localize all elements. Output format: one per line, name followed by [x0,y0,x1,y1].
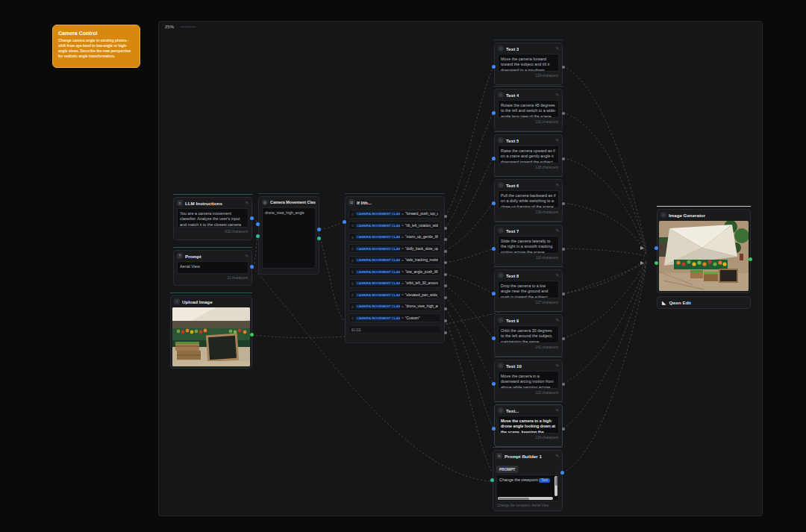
classifier-output-port-1[interactable] [317,228,321,231]
text-body[interactable]: Drop the camera to a low angle near the … [498,281,559,298]
llm-output-port[interactable] [250,216,254,220]
row-value[interactable]: "drone_view_high_angle" [405,304,438,308]
node-if-condition[interactable]: ⇄ If l/th... ≡ CAMERA MOVEMENT CLASSIFIE… [345,196,445,343]
text-output-port[interactable] [562,66,565,69]
row-source-pill[interactable]: CAMERA MOVEMENT CLASSIFIER [355,269,400,275]
row-handle-icon[interactable]: ≡ [352,292,354,297]
node-camera-movement-classifier[interactable]: ◎ Camera Movement Classifier drone_view_… [258,196,319,275]
classifier-input-port-1[interactable] [256,222,260,226]
prompt-output-port[interactable] [250,265,254,269]
if-row-output-port[interactable] [444,284,447,287]
row-value[interactable]: "forward_push_top_do... [405,212,438,216]
if-row[interactable]: ≡ CAMERA MOVEMENT CLASSIFIER = "forward_… [349,210,441,219]
edit-icon[interactable]: ✎ [555,273,559,278]
node-text-3[interactable]: ○ Text 3 ✎ Move the camera forward towar… [494,43,563,85]
node-text-4[interactable]: ○ Text 4 ✎ Rotate the camera 45 degrees … [494,89,563,131]
row-handle-icon[interactable]: ≡ [352,235,354,240]
row-value[interactable]: "elevated_pan_wide_l... [405,293,438,297]
prompt-text[interactable]: Aerial View [177,261,249,274]
row-value[interactable]: "zoom_up_gentle_lift_cl... [405,235,438,239]
text-output-port[interactable] [562,202,565,205]
text-input-port[interactable] [492,427,496,431]
text-input-port[interactable] [492,111,496,115]
row-value[interactable]: "low_angle_push_lift" [405,270,438,274]
text-output-port[interactable] [562,292,565,295]
if-row[interactable]: ≡ CAMERA MOVEMENT CLASSIFIER = "low_angl… [349,267,441,276]
text-body[interactable]: Slide the camera laterally to the right … [498,236,559,254]
text-body[interactable]: Pull the camera backward as if on a doll… [498,190,559,208]
if-row[interactable]: ≡ CAMERA MOVEMENT CLASSIFIER = "Custom" [349,313,441,322]
prompt-builder-textarea[interactable]: Change the viewpoint Text [496,475,559,501]
node-text-10[interactable]: ○ Text 10 ✎ Move the camera in a downwar… [494,360,563,402]
row-value[interactable]: "tilt_left_rotation_wide_... [405,224,438,228]
llm-instructions-text[interactable]: You are a camera movement classifier. An… [177,208,249,228]
row-source-pill[interactable]: CAMERA MOVEMENT CLASSIFIER [355,257,400,263]
text-input-port[interactable] [492,247,496,251]
builder-output-port[interactable] [560,471,564,475]
row-handle-icon[interactable]: ≡ [352,304,354,309]
row-handle-icon[interactable]: ≡ [352,212,354,216]
generator-image-input-port[interactable] [655,261,658,265]
row-value[interactable]: "Custom" [405,316,438,320]
if-row[interactable]: ≡ CAMERA MOVEMENT CLASSIFIER = "side_tra… [349,256,441,265]
row-handle-icon[interactable]: ≡ [352,281,354,286]
node-text-6[interactable]: ○ Text 6 ✎ Pull the camera backward as i… [494,179,563,222]
row-handle-icon[interactable]: ≡ [352,258,354,263]
text-body[interactable]: Orbit the camera 30 degrees to the left … [498,325,559,343]
generator-prompt-input-port[interactable] [655,246,658,250]
if-row-output-port[interactable] [444,261,447,264]
row-value[interactable]: "orbit_left_30_around_s... [405,281,438,285]
text-output-port[interactable] [562,248,565,251]
classifier-output-value[interactable]: drone_view_high_angle [262,207,316,269]
node-image-generator[interactable]: ○ Image Generator [657,209,751,293]
if-row-output-port[interactable] [444,307,447,310]
edit-icon[interactable]: ✎ [555,93,559,97]
text-output-port[interactable] [562,337,565,340]
edit-icon[interactable]: ✎ [555,228,559,233]
text-body[interactable]: Rotate the camera 45 degrees to the left… [498,100,559,118]
model-selector[interactable]: ◣ Qwen Edit [657,296,751,309]
row-value[interactable]: "side_tracking_motion_r... [405,258,438,262]
edit-icon[interactable]: ✎ [555,408,559,413]
generator-output-port[interactable] [749,257,752,261]
node-text-8[interactable]: ○ Text 8 ✎ Drop the camera to a low angl… [494,269,563,312]
node-upload-image[interactable]: ↑ Upload Image [170,295,252,369]
text-body[interactable]: Raise the camera upward as if on a crane… [498,145,559,163]
text-input-port[interactable] [492,382,496,386]
if-row-output-port[interactable] [444,227,447,230]
row-source-pill[interactable]: CAMERA MOVEMENT CLASSIFIER [355,234,400,240]
edit-icon[interactable]: ✎ [555,183,559,187]
text-output-port[interactable] [562,157,565,160]
if-row[interactable]: ≡ CAMERA MOVEMENT CLASSIFIER = "orbit_le… [349,279,441,288]
if-row[interactable]: ≡ CAMERA MOVEMENT CLASSIFIER = "tilt_lef… [349,221,441,230]
vertical-scrollbar[interactable] [554,476,557,496]
row-source-pill[interactable]: CAMERA MOVEMENT CLASSIFIER [355,292,400,298]
builder-input-port[interactable] [490,478,494,482]
text-output-port[interactable] [562,112,565,115]
text-input-port[interactable] [492,157,496,160]
text-input-port[interactable] [492,65,496,69]
edit-icon[interactable]: ✎ [555,318,559,322]
text-body[interactable]: Move the camera to a high drone angle lo… [498,416,559,434]
if-row-output-port[interactable] [444,238,447,241]
text-body[interactable]: Move the camera forward toward the subje… [498,54,559,72]
node-text-7[interactable]: ○ Text 7 ✎ Slide the camera laterally to… [494,225,563,267]
row-source-pill[interactable]: CAMERA MOVEMENT CLASSIFIER [355,281,400,286]
classifier-input-port-2[interactable] [256,234,260,238]
edit-icon[interactable]: ✎ [555,363,559,368]
row-handle-icon[interactable]: ≡ [352,223,354,228]
row-handle-icon[interactable]: ≡ [352,316,354,320]
row-source-pill[interactable]: CAMERA MOVEMENT CLASSIFIER [355,316,400,321]
row-handle-icon[interactable]: ≡ [352,246,354,251]
upload-output-port[interactable] [250,333,254,337]
uploaded-image[interactable] [172,307,250,366]
edit-icon[interactable]: ✎ [245,201,249,205]
if-row-output-port[interactable] [444,215,447,218]
text-output-port[interactable] [562,428,565,431]
node-text-11-selected[interactable]: ○ Text... ✎ Move the camera to a high dr… [494,404,563,447]
if-input-port[interactable] [343,220,346,224]
variable-token-chip[interactable]: Text [539,478,549,483]
node-prompt-builder[interactable]: ✎ Prompt Builder 1 ✎ PROMPT Change the v… [493,450,563,511]
else-row[interactable]: ELSE [349,325,441,334]
if-row-output-port[interactable] [444,273,447,276]
